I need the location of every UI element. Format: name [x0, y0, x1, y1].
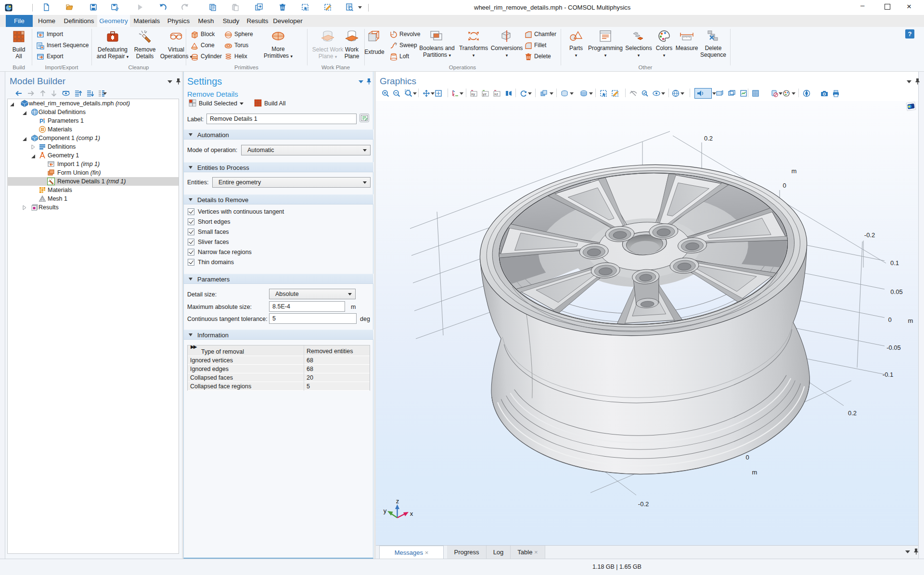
svg-text:m: m — [752, 469, 757, 476]
svg-text:0.2: 0.2 — [704, 135, 713, 142]
svg-text:xy: xy — [471, 92, 475, 96]
svg-text:z: z — [396, 498, 399, 505]
svg-text:0.2: 0.2 — [848, 409, 857, 417]
svg-text:0.05: 0.05 — [890, 288, 902, 295]
svg-text:m: m — [792, 167, 797, 175]
svg-text:P: P — [39, 118, 43, 125]
svg-text:0: 0 — [783, 182, 786, 189]
svg-text:y: y — [384, 507, 387, 514]
svg-text:0.1: 0.1 — [890, 259, 899, 267]
svg-text:-0.2: -0.2 — [864, 231, 875, 239]
svg-text:0: 0 — [745, 454, 749, 461]
svg-text:-0.2: -0.2 — [638, 500, 649, 508]
svg-text:xz: xz — [494, 92, 498, 96]
svg-text:x: x — [410, 510, 413, 517]
svg-text:-0.1: -0.1 — [883, 371, 893, 378]
svg-text:m: m — [908, 317, 913, 324]
svg-text:0: 0 — [888, 316, 891, 323]
svg-text:-0.05: -0.05 — [886, 344, 901, 351]
svg-text:yz: yz — [483, 92, 487, 96]
